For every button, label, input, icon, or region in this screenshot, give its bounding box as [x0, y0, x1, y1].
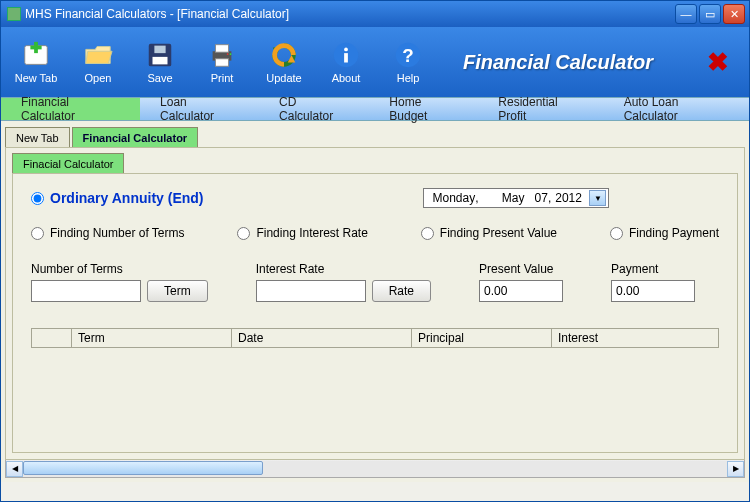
print-icon: [207, 40, 237, 70]
print-label: Print: [211, 72, 234, 84]
tab-residential-profit[interactable]: Residential Profit: [478, 98, 603, 120]
minimize-button[interactable]: —: [675, 4, 697, 24]
th-blank: [32, 329, 72, 347]
window-controls: — ▭ ✕: [675, 4, 745, 24]
doc-tab-newtab[interactable]: New Tab: [5, 127, 70, 147]
date-month: May: [502, 191, 525, 205]
interest-rate-input[interactable]: [256, 280, 366, 302]
save-label: Save: [147, 72, 172, 84]
svg-rect-5: [154, 46, 165, 54]
date-year: 2012: [555, 191, 582, 205]
sub-area: Finacial Calculator Ordinary Annuity (En…: [5, 147, 745, 460]
radio-find-terms[interactable]: Finding Number of Terms: [31, 226, 185, 240]
update-label: Update: [266, 72, 301, 84]
radio-label: Finding Interest Rate: [256, 226, 367, 240]
help-button[interactable]: ? Help: [381, 32, 435, 92]
scroll-left-icon[interactable]: ◀: [6, 461, 23, 477]
tab-loan-calculator[interactable]: Loan Calculator: [140, 98, 259, 120]
about-icon: [331, 40, 361, 70]
print-button[interactable]: Print: [195, 32, 249, 92]
folder-icon: [83, 40, 113, 70]
update-button[interactable]: Update: [257, 32, 311, 92]
svg-point-9: [227, 53, 229, 55]
radio-find-payment[interactable]: Finding Payment: [610, 226, 719, 240]
svg-rect-2: [30, 46, 41, 50]
open-button[interactable]: Open: [71, 32, 125, 92]
chevron-down-icon[interactable]: ▼: [589, 190, 606, 206]
new-tab-label: New Tab: [15, 72, 58, 84]
th-interest: Interest: [552, 329, 718, 347]
doc-tab-financial-calculator[interactable]: Financial Calculator: [72, 127, 199, 147]
save-button[interactable]: Save: [133, 32, 187, 92]
module-tabs: Financial Calculator Loan Calculator CD …: [1, 97, 749, 121]
rate-button[interactable]: Rate: [372, 280, 431, 302]
radio-label: Finding Payment: [629, 226, 719, 240]
radio-input[interactable]: [610, 227, 623, 240]
radio-input[interactable]: [31, 192, 44, 205]
date-weekday: Monday: [432, 191, 475, 205]
field-label: Present Value: [479, 262, 563, 276]
about-label: About: [332, 72, 361, 84]
date-sep: ,: [475, 191, 482, 205]
field-label: Interest Rate: [256, 262, 431, 276]
window-title: MHS Financial Calculators - [Financial C…: [25, 7, 675, 21]
present-value-input[interactable]: [479, 280, 563, 302]
th-principal: Principal: [412, 329, 552, 347]
maximize-button[interactable]: ▭: [699, 4, 721, 24]
date-day: 07,: [535, 191, 552, 205]
radio-find-rate[interactable]: Finding Interest Rate: [237, 226, 367, 240]
tab-home-budget[interactable]: Home Budget: [369, 98, 478, 120]
radio-label: Finding Number of Terms: [50, 226, 185, 240]
svg-text:?: ?: [402, 45, 413, 66]
radio-input[interactable]: [421, 227, 434, 240]
term-button[interactable]: Term: [147, 280, 208, 302]
tab-label: Financial Calculator: [21, 95, 120, 123]
sub-tabs: Finacial Calculator: [12, 151, 738, 173]
svg-point-10: [230, 53, 232, 55]
field-label: Payment: [611, 262, 695, 276]
group-interest-rate: Interest Rate Rate: [256, 262, 431, 302]
radio-ordinary-annuity[interactable]: Ordinary Annuity (End): [31, 190, 203, 206]
open-label: Open: [85, 72, 112, 84]
about-button[interactable]: About: [319, 32, 373, 92]
radio-find-pv[interactable]: Finding Present Value: [421, 226, 557, 240]
save-icon: [145, 40, 175, 70]
result-table-header: Term Date Principal Interest: [31, 328, 719, 348]
payment-input[interactable]: [611, 280, 695, 302]
group-number-of-terms: Number of Terms Term: [31, 262, 208, 302]
radio-label: Finding Present Value: [440, 226, 557, 240]
scroll-right-icon[interactable]: ▶: [727, 461, 744, 477]
tab-auto-loan[interactable]: Auto Loan Calculator: [604, 98, 749, 120]
find-options: Finding Number of Terms Finding Interest…: [31, 226, 719, 240]
svg-rect-13: [344, 53, 348, 62]
radio-input[interactable]: [237, 227, 250, 240]
new-tab-button[interactable]: New Tab: [9, 32, 63, 92]
tab-cd-calculator[interactable]: CD Calculator: [259, 98, 369, 120]
sub-tab-financial-calculator[interactable]: Finacial Calculator: [12, 153, 124, 173]
close-button[interactable]: ✕: [723, 4, 745, 24]
radio-label: Ordinary Annuity (End): [50, 190, 203, 206]
doc-tab-label: Financial Calculator: [83, 132, 188, 144]
number-of-terms-input[interactable]: [31, 280, 141, 302]
tab-label: CD Calculator: [279, 95, 349, 123]
field-label: Number of Terms: [31, 262, 208, 276]
title-bar: MHS Financial Calculators - [Financial C…: [1, 1, 749, 27]
form-panel: Ordinary Annuity (End) Monday , May 07, …: [12, 173, 738, 453]
tab-label: Residential Profit: [498, 95, 583, 123]
tab-label: Auto Loan Calculator: [624, 95, 729, 123]
svg-rect-7: [215, 45, 228, 53]
sub-tab-label: Finacial Calculator: [23, 158, 113, 170]
horizontal-scrollbar[interactable]: ◀ ▶: [5, 460, 745, 478]
scroll-thumb[interactable]: [23, 461, 263, 475]
scroll-track[interactable]: [23, 461, 727, 477]
brand-title: Financial Calculator: [443, 51, 699, 74]
tab-label: Home Budget: [389, 95, 458, 123]
tab-financial-calculator[interactable]: Financial Calculator: [1, 98, 140, 120]
radio-input[interactable]: [31, 227, 44, 240]
group-present-value: Present Value: [479, 262, 563, 302]
app-icon: [7, 7, 21, 21]
date-picker[interactable]: Monday , May 07, 2012 ▼: [423, 188, 609, 208]
main-toolbar: New Tab Open Save Print Update About ? H…: [1, 27, 749, 97]
new-tab-icon: [21, 40, 51, 70]
mdi-close-button[interactable]: ✖: [707, 47, 729, 78]
